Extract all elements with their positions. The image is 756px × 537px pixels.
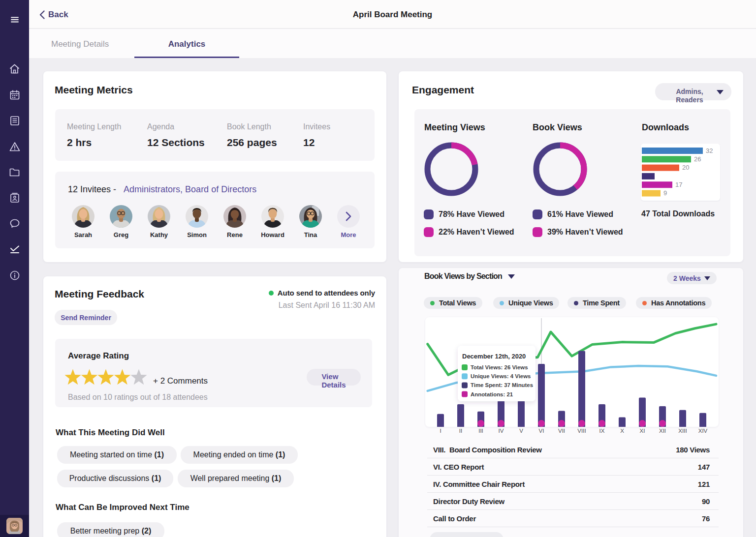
svg-text:December 12th, 2020: December 12th, 2020 (462, 353, 526, 360)
svg-text:20: 20 (682, 164, 689, 171)
svg-text:Unique Views: 4 Views: Unique Views: 4 Views (471, 373, 531, 379)
svg-text:17: 17 (675, 181, 682, 188)
svg-text:9: 9 (663, 189, 667, 197)
svg-text:26: 26 (694, 155, 701, 163)
svg-text:Total Views: 26 Views: Total Views: 26 Views (471, 364, 528, 370)
svg-text:Annotations: 21: Annotations: 21 (471, 391, 513, 397)
svg-text:Time Spent: 37 Minutes: Time Spent: 37 Minutes (471, 382, 533, 388)
svg-text:32: 32 (706, 147, 713, 154)
